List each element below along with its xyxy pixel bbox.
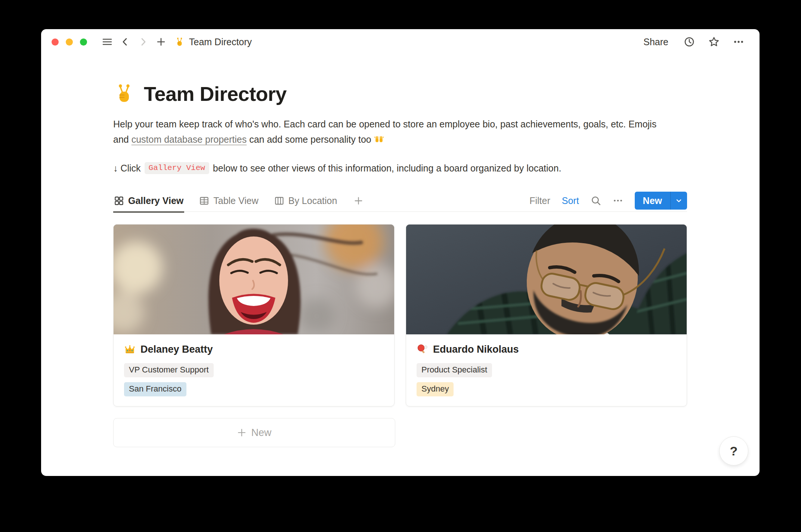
- raised-hands-emoji: [374, 134, 384, 144]
- location-tag-row: San Francisco: [124, 382, 384, 396]
- role-tag-row: VP Customer Support: [124, 363, 384, 377]
- role-tag: VP Customer Support: [124, 363, 214, 377]
- view-tabs: Gallery View Table View By Location: [113, 190, 365, 211]
- more-options-button[interactable]: [731, 34, 746, 49]
- sort-button[interactable]: Sort: [562, 195, 579, 206]
- card-eduardo-nikolaus[interactable]: Eduardo Nikolaus Product Specialist Sydn…: [406, 224, 687, 406]
- notion-window: Team Directory Share Team Dir: [41, 29, 760, 476]
- forward-button[interactable]: [136, 34, 151, 49]
- card-body: Eduardo Nikolaus Product Specialist Sydn…: [406, 334, 687, 406]
- titlebar: Team Directory Share: [41, 29, 760, 55]
- new-tab-button[interactable]: [154, 34, 168, 49]
- tab-by-location[interactable]: By Location: [273, 190, 338, 211]
- eduardo-photo: [406, 225, 687, 334]
- card-body: Delaney Beatty VP Customer Support San F…: [114, 334, 394, 406]
- search-icon: [591, 195, 601, 206]
- role-tag-row: Product Specialist: [417, 363, 676, 377]
- tab-table-view[interactable]: Table View: [198, 190, 259, 211]
- plus-icon: [353, 196, 364, 206]
- callout-post: below to see other views of this informa…: [213, 163, 561, 174]
- callout-pre: ↓ Click: [113, 163, 141, 174]
- ping-pong-emoji: [417, 344, 428, 355]
- callout-text: ↓ Click Gallery View below to see other …: [113, 162, 687, 174]
- victory-hand-emoji: [113, 83, 135, 105]
- ellipsis-icon: [613, 195, 623, 206]
- card-name: Delaney Beatty: [124, 344, 384, 355]
- chevron-down-icon: [675, 197, 683, 205]
- new-entry-button-group: New: [635, 192, 687, 210]
- tab-label: Table View: [213, 195, 258, 206]
- add-card-label: New: [251, 427, 271, 439]
- card-name: Eduardo Nikolaus: [417, 344, 676, 355]
- location-tag: San Francisco: [124, 382, 186, 396]
- tab-gallery-view[interactable]: Gallery View: [113, 190, 184, 211]
- titlebar-actions: Share: [640, 34, 746, 50]
- window-controls: [52, 38, 87, 46]
- chevron-right-icon: [138, 37, 148, 47]
- zoom-window-button[interactable]: [80, 38, 87, 46]
- page-description: Help your team keep track of who's who. …: [113, 117, 666, 147]
- share-button[interactable]: Share: [640, 34, 672, 50]
- delaney-photo: [114, 225, 394, 334]
- view-controls: Filter Sort New: [529, 190, 687, 211]
- star-icon: [708, 36, 720, 47]
- ellipsis-icon: [733, 36, 744, 47]
- table-icon: [199, 196, 209, 206]
- close-window-button[interactable]: [52, 38, 59, 46]
- search-button[interactable]: [591, 195, 601, 206]
- card-delaney-beatty[interactable]: Delaney Beatty VP Customer Support San F…: [113, 224, 395, 406]
- employee-name: Eduardo Nikolaus: [433, 344, 519, 355]
- help-button[interactable]: ?: [719, 436, 748, 466]
- location-tag: Sydney: [417, 382, 454, 396]
- add-card-button[interactable]: New: [113, 418, 395, 447]
- minimize-window-button[interactable]: [66, 38, 73, 46]
- document-title: Team Directory: [189, 37, 252, 47]
- filter-button[interactable]: Filter: [529, 195, 550, 206]
- gallery-view-code-chip: Gallery View: [145, 162, 209, 174]
- victory-hand-emoji: [174, 37, 185, 47]
- board-icon: [274, 196, 284, 206]
- add-view-button[interactable]: [352, 190, 365, 211]
- new-entry-dropdown-button[interactable]: [670, 192, 687, 210]
- role-tag: Product Specialist: [417, 363, 492, 377]
- back-button[interactable]: [118, 34, 133, 49]
- tab-label: Gallery View: [128, 195, 183, 206]
- location-tag-row: Sydney: [417, 382, 676, 396]
- hamburger-icon: [102, 37, 112, 47]
- new-entry-button[interactable]: New: [635, 192, 670, 210]
- employee-name: Delaney Beatty: [140, 344, 213, 355]
- description-text: can add some personality too: [247, 134, 374, 145]
- custom-properties-link[interactable]: custom database properties: [132, 134, 247, 145]
- breadcrumb[interactable]: Team Directory: [174, 37, 252, 47]
- updates-button[interactable]: [682, 34, 697, 49]
- view-more-button[interactable]: [613, 195, 623, 206]
- favorite-button[interactable]: [706, 34, 721, 49]
- tab-label: By Location: [288, 195, 337, 206]
- clock-icon: [684, 36, 695, 47]
- gallery-cards: Delaney Beatty VP Customer Support San F…: [113, 224, 687, 406]
- page-title-text: Team Directory: [144, 82, 287, 105]
- page-content: Team Directory Help your team keep track…: [41, 82, 760, 447]
- chevron-left-icon: [120, 37, 130, 47]
- gallery-icon: [114, 196, 124, 206]
- plus-icon: [237, 428, 247, 437]
- plus-icon: [156, 37, 166, 47]
- sidebar-toggle-button[interactable]: [100, 34, 115, 49]
- crown-emoji: [124, 344, 136, 355]
- nav-buttons: [118, 34, 168, 49]
- page-title: Team Directory: [113, 82, 687, 105]
- views-bar: Gallery View Table View By Location Filt…: [113, 190, 687, 212]
